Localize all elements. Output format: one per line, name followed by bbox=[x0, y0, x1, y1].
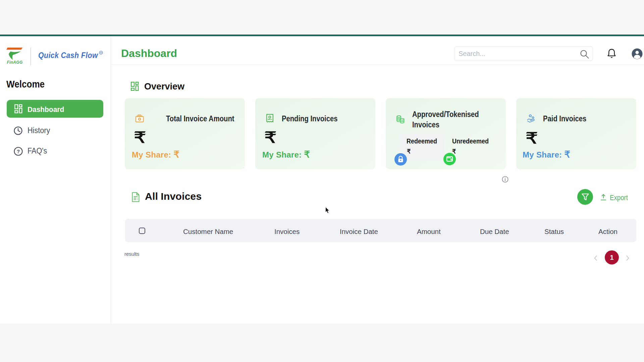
svg-text:?: ? bbox=[17, 148, 20, 154]
